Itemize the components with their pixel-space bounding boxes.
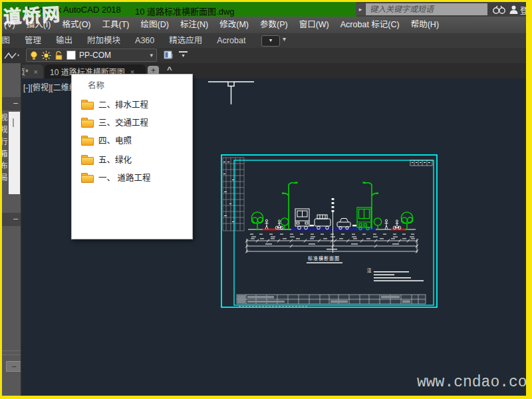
left-table-text-marks — [223, 162, 234, 222]
top-clipped-figure — [208, 82, 254, 104]
ribbon-collapse-icon[interactable]: ▾ — [283, 35, 286, 43]
tree-icon — [251, 212, 263, 229]
folder-icon — [81, 99, 92, 109]
close-tab-icon[interactable]: × — [34, 68, 38, 76]
menu-item-help[interactable]: 帮助(H) — [411, 17, 439, 33]
app-title: Autodesk AutoCAD 2018 — [25, 5, 121, 15]
menu-item-modify[interactable]: 修改(M) — [219, 17, 249, 33]
notes-label: 注 — [367, 267, 372, 273]
polyline-tool-icon[interactable] — [4, 51, 20, 61]
sheet-folder-road[interactable]: 一、 道路工程 — [81, 170, 150, 184]
palette-minimize-button[interactable]: – — [6, 361, 22, 372]
menu-item-insert[interactable]: 插入(I) — [27, 17, 51, 33]
drawing-frame — [234, 160, 434, 305]
palette-scrollbar[interactable] — [9, 112, 20, 194]
search-help-icon[interactable] — [492, 5, 506, 15]
caption-underline — [307, 263, 342, 263]
layer-dropdown-icon[interactable]: ▾ — [150, 52, 153, 59]
user-account-icon[interactable] — [509, 5, 519, 15]
frame-border-left — [0, 0, 2, 399]
ribbon-tab-manage[interactable]: 管理 — [25, 33, 41, 48]
layer-color-swatch[interactable] — [66, 51, 76, 60]
menu-item-parametric[interactable]: 参数(P) — [260, 17, 288, 33]
title-bar: Autodesk AutoCAD 2018 10 道路标准横断面图.dwg ▸ … — [2, 2, 526, 17]
sheet-folder-drainage[interactable]: 二、排水工程 — [81, 96, 148, 111]
palette-minimize-button[interactable]: – — [2, 97, 22, 110]
tab-overflow-caret-icon[interactable]: ^ — [167, 65, 172, 74]
truck-icon — [295, 209, 309, 229]
menu-item-format[interactable]: 格式(O) — [62, 17, 90, 33]
menu-item-draw[interactable]: 绘图(D) — [141, 17, 169, 33]
app-window: Autodesk AutoCAD 2018 10 道路标准横断面图.dwg ▸ … — [0, 0, 532, 399]
ribbon-tab-a360[interactable]: A360 — [135, 33, 154, 48]
sheet-set-panel: 名称 二、排水工程 三、交通工程 四、电照 五、绿化 一、 道路工程 — [71, 74, 193, 239]
cyclist-icon — [393, 220, 401, 229]
sheet-folder-lighting[interactable]: 四、电照 — [81, 132, 132, 147]
menu-item-dimension[interactable]: 标注(N) — [180, 17, 208, 33]
menu-item-tools[interactable]: 工具(T) — [102, 17, 130, 33]
current-layer-name: PP-COM — [79, 51, 146, 60]
shrub-icon — [281, 218, 288, 229]
bus-icon — [357, 207, 371, 230]
sheet-folder-traffic[interactable]: 三、交通工程 — [81, 114, 148, 129]
shrub-icon — [374, 218, 381, 229]
car-icon — [337, 219, 350, 229]
folder-icon — [81, 154, 92, 164]
toolbar-collapse-icon[interactable]: ▾ — [179, 51, 188, 59]
menu-item-view[interactable]: (V) — [4, 17, 15, 33]
palette-vertical-title: 视规行箱布局 — [2, 114, 9, 186]
viewport-outer-frame[interactable] — [221, 155, 437, 307]
tree-icon — [401, 212, 412, 229]
ribbon-overflow-button[interactable]: ▾ — [261, 35, 280, 47]
search-go-icon[interactable]: ▸ — [356, 3, 365, 15]
left-palette-strip: – 视规行箱布局 – – — [2, 63, 22, 396]
notes-lines — [374, 271, 424, 281]
menu-item-acrobat[interactable]: Acrobat 标记(C) — [340, 17, 400, 33]
search-input[interactable]: 键入关键字或短语 — [366, 3, 487, 15]
document-title: 10 道路标准横断面图.dwg — [135, 5, 235, 17]
palette-minimize-button[interactable]: – — [2, 213, 22, 226]
folder-icon — [81, 117, 92, 127]
sheet-folder-greening[interactable]: 五、绿化 — [81, 152, 132, 166]
layer-unlock-icon[interactable] — [55, 51, 63, 61]
drawing-caption: 标准横断面图 — [308, 255, 340, 261]
layer-freeze-sun-icon[interactable] — [41, 51, 51, 61]
pedestrian-icon — [384, 219, 388, 229]
ribbon-tab-addins[interactable]: 附加模块 — [87, 33, 120, 48]
frame-border-top — [0, 0, 532, 2]
menu-item-window[interactable]: 窗口(W) — [299, 17, 329, 33]
sheet-panel-header: 名称 — [88, 78, 104, 91]
ribbon-tab-acrobat[interactable]: Acrobat — [217, 33, 245, 48]
ribbon-tab-featured-apps[interactable]: 精选应用 — [169, 33, 202, 48]
dimension-lines — [245, 239, 418, 253]
folder-icon — [81, 135, 92, 145]
layer-properties-icon[interactable] — [164, 51, 174, 61]
folder-icon — [81, 172, 92, 182]
layer-combo[interactable]: PP-COM ▾ — [26, 49, 157, 62]
ribbon-tab-output[interactable]: 输出 — [56, 33, 72, 48]
car-icon — [315, 215, 331, 229]
pedestrian-icon — [265, 219, 268, 229]
menu-bar: (V) 插入(I) 格式(O) 工具(T) 绘图(D) 标注(N) 修改(M) … — [2, 17, 526, 33]
pavement-labels — [250, 234, 414, 237]
frame-border-right — [526, 0, 532, 399]
layer-on-bulb-icon[interactable] — [30, 51, 38, 61]
layer-toolbar: PP-COM ▾ ▾ — [2, 48, 526, 63]
frame-border-bottom — [0, 396, 532, 399]
left-data-table — [223, 158, 244, 231]
